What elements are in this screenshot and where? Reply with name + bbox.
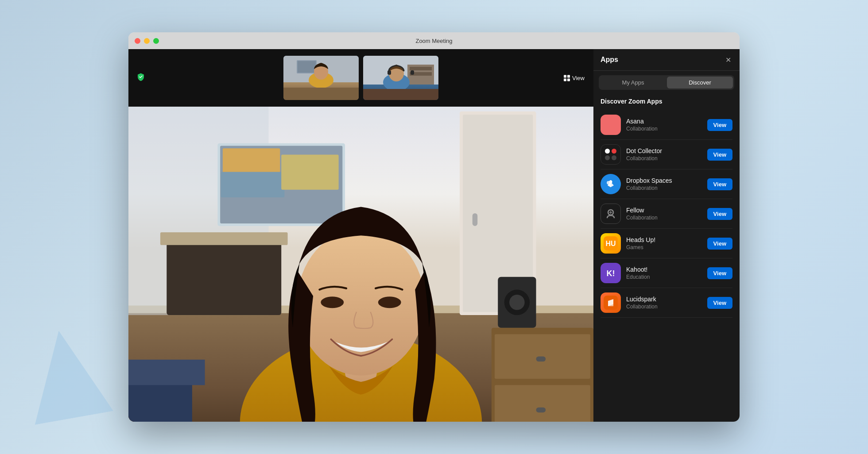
asana-name: Asana — [626, 118, 702, 125]
view-button[interactable]: View — [564, 75, 585, 81]
mike-video — [363, 56, 438, 100]
main-content: Bobbi Hart — [128, 49, 740, 422]
thumbnail-mike[interactable]: ⚡ Mike Robertson — [363, 56, 438, 100]
close-button[interactable] — [135, 38, 140, 44]
tab-my-apps[interactable]: My Apps — [600, 77, 666, 88]
app-item-dropbox: Dropbox Spaces Collaboration View — [601, 169, 732, 199]
video-top-bar: Bobbi Hart — [128, 49, 593, 107]
app-item-fellow: Fellow Collaboration View — [601, 199, 732, 229]
svg-rect-32 — [128, 360, 205, 385]
kahoot-info: Kahoot! Education — [626, 266, 702, 280]
dropbox-category: Collaboration — [626, 185, 702, 191]
apps-panel: Apps ✕ My Apps Discover Discover Zoom Ap… — [593, 49, 740, 422]
svg-rect-36 — [536, 357, 546, 362]
panel-close-button[interactable]: ✕ — [724, 55, 732, 64]
headsup-info: Heads Up! Games — [626, 236, 702, 250]
svg-rect-26 — [221, 172, 285, 197]
dot-collector-dots-icon — [605, 149, 616, 160]
svg-rect-14 — [388, 70, 391, 75]
app-item-dot-collector: Dot Collector Collaboration View — [601, 140, 732, 169]
tab-discover[interactable]: Discover — [667, 77, 733, 88]
dot-collector-icon — [601, 144, 621, 165]
svg-rect-37 — [536, 408, 546, 413]
svg-point-40 — [509, 295, 525, 310]
window-title: Zoom Meeting — [415, 38, 452, 44]
lucidspark-view-button[interactable]: View — [707, 297, 732, 309]
kahoot-name: Kahoot! — [626, 266, 702, 273]
asana-icon — [601, 115, 621, 135]
asana-dots-icon — [605, 119, 616, 130]
svg-rect-10 — [410, 67, 432, 70]
kahoot-category: Education — [626, 274, 702, 280]
headsup-icon: HU — [601, 233, 621, 254]
lucidspark-info: Lucidspark Collaboration — [626, 296, 702, 310]
svg-point-46 — [321, 296, 344, 308]
dropbox-view-button[interactable]: View — [707, 178, 732, 190]
svg-text:K!: K! — [607, 269, 615, 278]
kahoot-logo-svg: K! — [604, 266, 618, 280]
asana-info: Asana Collaboration — [626, 118, 702, 132]
dropbox-logo-svg — [604, 177, 617, 191]
asana-category: Collaboration — [626, 126, 702, 132]
svg-point-45 — [297, 229, 425, 376]
asana-view-button[interactable]: View — [707, 119, 732, 131]
fellow-icon — [601, 204, 621, 224]
app-item-lucidspark: Lucidspark Collaboration View — [601, 288, 732, 318]
dot-collector-info: Dot Collector Collaboration — [626, 147, 702, 162]
svg-rect-35 — [495, 385, 590, 422]
svg-rect-21 — [167, 239, 281, 315]
app-item-kahoot: K! Kahoot! Education View — [601, 258, 732, 288]
lucidspark-logo-svg — [604, 296, 618, 310]
zoom-window: Zoom Meeting — [128, 32, 740, 422]
panel-title: Apps — [601, 56, 618, 64]
maximize-button[interactable] — [153, 38, 159, 44]
dropbox-icon — [601, 174, 621, 194]
svg-rect-22 — [160, 232, 288, 245]
dot-collector-name: Dot Collector — [626, 147, 702, 154]
title-bar: Zoom Meeting — [128, 32, 740, 49]
app-item-asana: Asana Collaboration View — [601, 110, 732, 140]
minimize-button[interactable] — [144, 38, 150, 44]
svg-rect-31 — [128, 379, 192, 422]
lucidspark-name: Lucidspark — [626, 296, 702, 303]
dot-collector-view-button[interactable]: View — [707, 149, 732, 161]
headsup-logo-svg: HU — [604, 236, 618, 250]
discover-title: Discover Zoom Apps — [593, 94, 740, 110]
lucidspark-icon — [601, 292, 621, 313]
svg-rect-27 — [281, 155, 338, 190]
svg-rect-15 — [411, 70, 414, 75]
svg-text:HU: HU — [605, 240, 616, 247]
traffic-lights — [135, 38, 159, 44]
svg-rect-6 — [283, 88, 359, 100]
dropbox-name: Dropbox Spaces — [626, 177, 702, 184]
app-item-headsup: HU Heads Up! Games View — [601, 229, 732, 258]
fellow-logo-svg — [604, 207, 618, 221]
thumbnail-bobbi[interactable]: Bobbi Hart — [283, 56, 359, 100]
dropbox-info: Dropbox Spaces Collaboration — [626, 177, 702, 191]
svg-rect-3 — [298, 61, 316, 73]
tabs-row: My Apps Discover — [599, 75, 734, 90]
thumbnails-container: Bobbi Hart — [283, 56, 438, 100]
grid-view-icon — [564, 75, 570, 81]
fellow-name: Fellow — [626, 207, 702, 214]
fellow-category: Collaboration — [626, 215, 702, 221]
fellow-info: Fellow Collaboration — [626, 207, 702, 221]
dot-collector-category: Collaboration — [626, 155, 702, 162]
kahoot-icon: K! — [601, 263, 621, 283]
desktop-background: Zoom Meeting — [0, 0, 868, 454]
bobbi-video — [283, 56, 359, 100]
headsup-view-button[interactable]: View — [707, 238, 732, 250]
video-area: Bobbi Hart — [128, 49, 593, 422]
apps-list: Asana Collaboration View — [593, 110, 740, 422]
svg-rect-30 — [473, 213, 478, 226]
fellow-view-button[interactable]: View — [707, 208, 732, 220]
kahoot-view-button[interactable]: View — [707, 267, 732, 279]
svg-rect-16 — [363, 89, 438, 100]
lucidspark-category: Collaboration — [626, 304, 702, 310]
panel-header: Apps ✕ — [593, 49, 740, 71]
headsup-category: Games — [626, 244, 702, 250]
svg-point-47 — [378, 296, 401, 308]
headsup-name: Heads Up! — [626, 236, 702, 243]
security-badge — [136, 73, 145, 84]
main-video-feed — [128, 107, 593, 422]
